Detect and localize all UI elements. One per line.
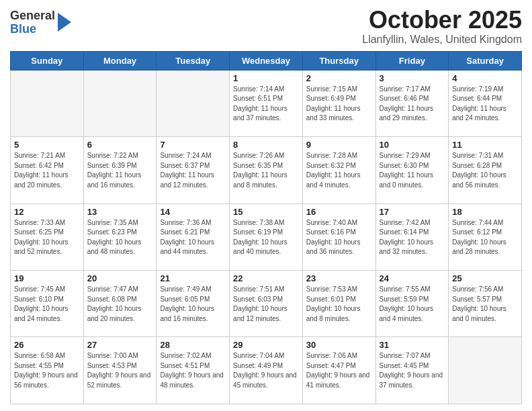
cell-w4-d2: 20Sunrise: 7:47 AMSunset: 6:08 PMDayligh…	[83, 271, 157, 337]
day-number-27: 27	[87, 340, 153, 350]
cell-w1-d6: 3Sunrise: 7:17 AMSunset: 6:46 PMDaylight…	[375, 70, 449, 136]
day-info-19: Sunrise: 7:45 AMSunset: 6:10 PMDaylight:…	[14, 285, 80, 324]
cell-w5-d3: 28Sunrise: 7:02 AMSunset: 4:51 PMDayligh…	[157, 337, 230, 404]
day-info-8: Sunrise: 7:26 AMSunset: 6:35 PMDaylight:…	[233, 151, 299, 190]
cell-w4-d3: 21Sunrise: 7:49 AMSunset: 6:05 PMDayligh…	[157, 271, 230, 337]
day-number-23: 23	[306, 273, 372, 283]
day-info-17: Sunrise: 7:42 AMSunset: 6:14 PMDaylight:…	[380, 218, 445, 257]
day-info-28: Sunrise: 7:02 AMSunset: 4:51 PMDaylight:…	[160, 351, 226, 390]
day-info-9: Sunrise: 7:28 AMSunset: 6:32 PMDaylight:…	[306, 151, 372, 190]
days-header-row: Sunday Monday Tuesday Wednesday Thursday…	[11, 51, 522, 70]
day-number-22: 22	[233, 273, 299, 283]
day-number-2: 2	[306, 73, 372, 83]
day-number-3: 3	[380, 73, 445, 83]
title-block: October 2025 Llanfyllin, Wales, United K…	[362, 7, 522, 46]
day-number-12: 12	[14, 207, 80, 217]
day-number-25: 25	[452, 273, 518, 283]
cell-w5-d5: 30Sunrise: 7:06 AMSunset: 4:47 PMDayligh…	[302, 337, 375, 404]
day-info-31: Sunrise: 7:07 AMSunset: 4:45 PMDaylight:…	[380, 351, 445, 390]
calendar-body: 1Sunrise: 7:14 AMSunset: 6:51 PMDaylight…	[11, 70, 522, 404]
header-saturday: Saturday	[449, 51, 522, 70]
cell-w3-d2: 13Sunrise: 7:35 AMSunset: 6:23 PMDayligh…	[83, 203, 157, 270]
day-info-25: Sunrise: 7:56 AMSunset: 5:57 PMDaylight:…	[452, 285, 518, 324]
day-info-12: Sunrise: 7:33 AMSunset: 6:25 PMDaylight:…	[14, 218, 80, 257]
day-info-10: Sunrise: 7:29 AMSunset: 6:30 PMDaylight:…	[380, 151, 445, 190]
day-number-1: 1	[233, 73, 299, 83]
cell-w1-d3	[157, 70, 230, 136]
cell-w5-d1: 26Sunrise: 6:58 AMSunset: 4:55 PMDayligh…	[11, 337, 84, 404]
day-number-24: 24	[380, 273, 445, 283]
day-info-30: Sunrise: 7:06 AMSunset: 4:47 PMDaylight:…	[306, 351, 372, 390]
week-row-2: 5Sunrise: 7:21 AMSunset: 6:42 PMDaylight…	[11, 137, 522, 203]
cell-w5-d4: 29Sunrise: 7:04 AMSunset: 4:49 PMDayligh…	[230, 337, 303, 404]
cell-w1-d7: 4Sunrise: 7:19 AMSunset: 6:44 PMDaylight…	[449, 70, 522, 136]
day-number-14: 14	[160, 207, 226, 217]
day-info-26: Sunrise: 6:58 AMSunset: 4:55 PMDaylight:…	[14, 351, 80, 390]
cell-w4-d1: 19Sunrise: 7:45 AMSunset: 6:10 PMDayligh…	[11, 271, 84, 337]
logo: General Blue	[10, 9, 71, 36]
day-number-15: 15	[233, 207, 299, 217]
day-number-17: 17	[380, 207, 445, 217]
day-info-24: Sunrise: 7:55 AMSunset: 5:59 PMDaylight:…	[380, 285, 445, 324]
header-thursday: Thursday	[302, 51, 375, 70]
day-number-18: 18	[452, 207, 518, 217]
day-number-16: 16	[306, 207, 372, 217]
day-number-11: 11	[452, 140, 518, 150]
location: Llanfyllin, Wales, United Kingdom	[362, 34, 522, 46]
calendar-table: Sunday Monday Tuesday Wednesday Thursday…	[10, 51, 522, 404]
day-number-30: 30	[306, 340, 372, 350]
day-info-4: Sunrise: 7:19 AMSunset: 6:44 PMDaylight:…	[452, 85, 518, 124]
cell-w2-d3: 7Sunrise: 7:24 AMSunset: 6:37 PMDaylight…	[157, 137, 230, 203]
day-number-9: 9	[306, 140, 372, 150]
day-info-14: Sunrise: 7:36 AMSunset: 6:21 PMDaylight:…	[160, 218, 226, 257]
day-info-21: Sunrise: 7:49 AMSunset: 6:05 PMDaylight:…	[160, 285, 226, 324]
day-number-13: 13	[87, 207, 153, 217]
day-info-18: Sunrise: 7:44 AMSunset: 6:12 PMDaylight:…	[452, 218, 518, 257]
svg-marker-0	[58, 13, 71, 32]
day-info-7: Sunrise: 7:24 AMSunset: 6:37 PMDaylight:…	[160, 151, 226, 190]
day-info-23: Sunrise: 7:53 AMSunset: 6:01 PMDaylight:…	[306, 285, 372, 324]
day-number-31: 31	[380, 340, 445, 350]
cell-w3-d1: 12Sunrise: 7:33 AMSunset: 6:25 PMDayligh…	[11, 203, 84, 270]
cell-w1-d4: 1Sunrise: 7:14 AMSunset: 6:51 PMDaylight…	[230, 70, 303, 136]
cell-w3-d6: 17Sunrise: 7:42 AMSunset: 6:14 PMDayligh…	[375, 203, 449, 270]
header-friday: Friday	[375, 51, 449, 70]
month-title: October 2025	[362, 7, 522, 34]
cell-w4-d5: 23Sunrise: 7:53 AMSunset: 6:01 PMDayligh…	[302, 271, 375, 337]
cell-w3-d5: 16Sunrise: 7:40 AMSunset: 6:16 PMDayligh…	[302, 203, 375, 270]
day-number-29: 29	[233, 340, 299, 350]
day-number-8: 8	[233, 140, 299, 150]
day-number-7: 7	[160, 140, 226, 150]
cell-w2-d4: 8Sunrise: 7:26 AMSunset: 6:35 PMDaylight…	[230, 137, 303, 203]
day-number-21: 21	[160, 273, 226, 283]
cell-w1-d1	[11, 70, 84, 136]
week-row-4: 19Sunrise: 7:45 AMSunset: 6:10 PMDayligh…	[11, 271, 522, 337]
cell-w3-d7: 18Sunrise: 7:44 AMSunset: 6:12 PMDayligh…	[449, 203, 522, 270]
header-sunday: Sunday	[11, 51, 84, 70]
day-number-28: 28	[160, 340, 226, 350]
day-number-6: 6	[87, 140, 153, 150]
header-monday: Monday	[83, 51, 157, 70]
cell-w4-d4: 22Sunrise: 7:51 AMSunset: 6:03 PMDayligh…	[230, 271, 303, 337]
cell-w1-d5: 2Sunrise: 7:15 AMSunset: 6:49 PMDaylight…	[302, 70, 375, 136]
day-info-3: Sunrise: 7:17 AMSunset: 6:46 PMDaylight:…	[380, 85, 445, 124]
day-info-6: Sunrise: 7:22 AMSunset: 6:39 PMDaylight:…	[87, 151, 153, 190]
cell-w3-d3: 14Sunrise: 7:36 AMSunset: 6:21 PMDayligh…	[157, 203, 230, 270]
cell-w3-d4: 15Sunrise: 7:38 AMSunset: 6:19 PMDayligh…	[230, 203, 303, 270]
logo-text: General Blue	[10, 9, 55, 36]
cell-w5-d2: 27Sunrise: 7:00 AMSunset: 4:53 PMDayligh…	[83, 337, 157, 404]
header-tuesday: Tuesday	[157, 51, 230, 70]
cell-w4-d6: 24Sunrise: 7:55 AMSunset: 5:59 PMDayligh…	[375, 271, 449, 337]
week-row-1: 1Sunrise: 7:14 AMSunset: 6:51 PMDaylight…	[11, 70, 522, 136]
cell-w1-d2	[83, 70, 157, 136]
day-info-1: Sunrise: 7:14 AMSunset: 6:51 PMDaylight:…	[233, 85, 299, 124]
logo-blue: Blue	[10, 23, 55, 36]
week-row-5: 26Sunrise: 6:58 AMSunset: 4:55 PMDayligh…	[11, 337, 522, 404]
header: General Blue October 2025 Llanfyllin, Wa…	[10, 7, 522, 46]
logo-icon	[58, 13, 71, 32]
day-info-16: Sunrise: 7:40 AMSunset: 6:16 PMDaylight:…	[306, 218, 372, 257]
cell-w2-d5: 9Sunrise: 7:28 AMSunset: 6:32 PMDaylight…	[302, 137, 375, 203]
day-info-15: Sunrise: 7:38 AMSunset: 6:19 PMDaylight:…	[233, 218, 299, 257]
cell-w5-d6: 31Sunrise: 7:07 AMSunset: 4:45 PMDayligh…	[375, 337, 449, 404]
day-number-5: 5	[14, 140, 80, 150]
